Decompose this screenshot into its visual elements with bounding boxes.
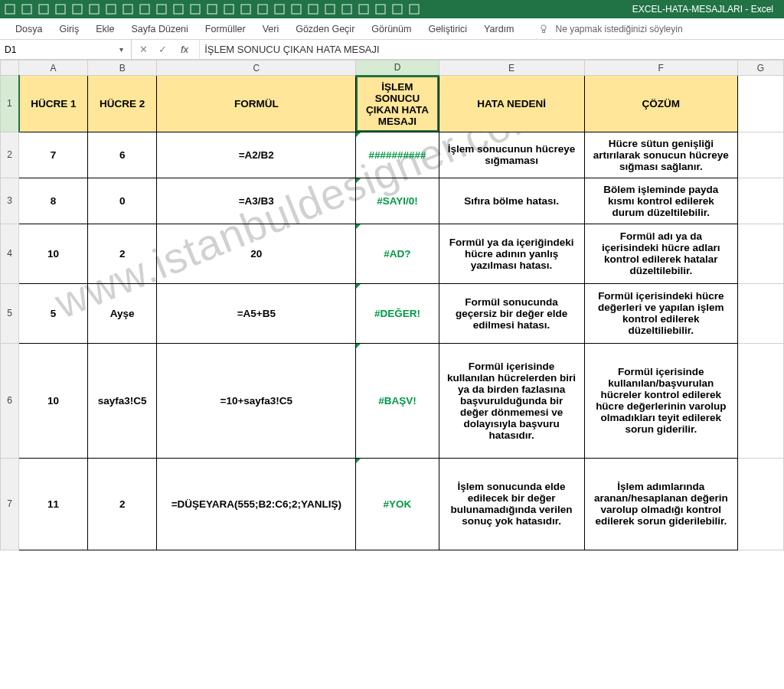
touch-icon[interactable] [55, 4, 66, 15]
cell-F5[interactable]: Formül içerisindeki hücre değerleri ve y… [584, 283, 737, 343]
cell-C4[interactable]: 20 [157, 224, 356, 283]
spreadsheet-grid[interactable]: www.istanbuldesigner.com A B C D E F G 1… [0, 60, 784, 689]
cell-C7[interactable]: =DÜŞEYARA(555;B2:C6;2;YANLIŞ) [157, 458, 356, 550]
cell-F1[interactable]: ÇÖZÜM [584, 76, 737, 132]
email-icon[interactable] [139, 4, 150, 15]
cell-D3[interactable]: #SAYI/0! [356, 178, 439, 224]
preview-icon[interactable] [156, 4, 167, 15]
cell-C2[interactable]: =A2/B2 [157, 132, 356, 178]
open-icon[interactable] [89, 4, 100, 15]
cell-B7[interactable]: 2 [88, 458, 157, 550]
cell-G7[interactable] [737, 458, 783, 550]
save-icon[interactable] [5, 4, 15, 15]
paste-icon[interactable] [358, 4, 369, 15]
col-header-E[interactable]: E [439, 60, 584, 76]
redo-icon[interactable] [38, 4, 49, 15]
cut-icon[interactable] [325, 4, 335, 15]
name-box[interactable]: D1 ▾ [0, 40, 132, 59]
tab-yardım[interactable]: Yardım [476, 19, 521, 39]
row-header-7[interactable]: 7 [1, 458, 19, 550]
formula-input[interactable]: İŞLEM SONUCU ÇIKAN HATA MESAJI [199, 40, 784, 59]
more-icon[interactable] [409, 4, 420, 15]
col-header-G[interactable]: G [737, 60, 783, 76]
cell-F2[interactable]: Hücre sütun genişliği artırılarak sonucu… [584, 132, 737, 178]
cell-G4[interactable] [737, 224, 783, 283]
cell-F4[interactable]: Formül adı ya da içerisindeki hücre adla… [584, 224, 737, 283]
tab-ekle[interactable]: Ekle [88, 19, 122, 39]
cell-A4[interactable]: 10 [19, 224, 88, 283]
cell-D7[interactable]: #YOK [356, 458, 439, 550]
cell-B1[interactable]: HÜCRE 2 [88, 76, 157, 132]
quickprint-icon[interactable] [122, 4, 133, 15]
cell-A3[interactable]: 8 [19, 178, 88, 224]
cell-D1[interactable]: İŞLEM SONUCU ÇIKAN HATA MESAJI [356, 76, 439, 132]
row-header-6[interactable]: 6 [1, 343, 19, 458]
cell-C5[interactable]: =A5+B5 [157, 283, 356, 343]
cell-B5[interactable]: Ayşe [88, 283, 157, 343]
save-as-icon[interactable] [392, 4, 403, 15]
cell-D2[interactable]: ########## [356, 132, 439, 178]
tab-geliştirici[interactable]: Geliştirici [420, 19, 475, 39]
cell-A1[interactable]: HÜCRE 1 [19, 76, 88, 132]
copy-icon[interactable] [341, 4, 352, 15]
sort-desc-icon[interactable] [207, 4, 217, 15]
col-header-D[interactable]: D [356, 60, 439, 76]
insert-sheet-icon[interactable] [257, 4, 268, 15]
cell-E3[interactable]: Sıfıra bölme hatası. [439, 178, 584, 224]
tab-görünüm[interactable]: Görünüm [364, 19, 419, 39]
cell-B2[interactable]: 6 [88, 132, 157, 178]
fx-icon[interactable] [308, 4, 318, 15]
cell-D5[interactable]: #DEĞER! [356, 283, 439, 343]
undo-icon[interactable] [21, 4, 32, 15]
tab-gözden geçir[interactable]: Gözden Geçir [288, 19, 362, 39]
cell-D6[interactable]: #BAŞV! [356, 343, 439, 458]
cell-D4[interactable]: #AD? [356, 224, 439, 283]
tab-dosya[interactable]: Dosya [8, 19, 50, 39]
cell-B3[interactable]: 0 [88, 178, 157, 224]
borders-icon[interactable] [291, 4, 302, 15]
row-header-2[interactable]: 2 [1, 132, 19, 178]
freeze-icon[interactable] [240, 4, 251, 15]
cell-G6[interactable] [737, 343, 783, 458]
cell-E4[interactable]: Formül ya da içeriğindeki hücre adının y… [439, 224, 584, 283]
row-header-3[interactable]: 3 [1, 178, 19, 224]
cell-G2[interactable] [737, 132, 783, 178]
cell-G5[interactable] [737, 283, 783, 343]
fx-icon[interactable]: fx [178, 44, 191, 55]
col-header-B[interactable]: B [88, 60, 157, 76]
cell-B4[interactable]: 2 [88, 224, 157, 283]
cell-E7[interactable]: İşlem sonucunda elde edilecek bir değer … [439, 458, 584, 550]
confirm-formula-button[interactable]: ✓ [158, 44, 167, 55]
select-all-corner[interactable] [1, 60, 19, 76]
tab-veri[interactable]: Veri [255, 19, 287, 39]
cell-E6[interactable]: Formül içerisinde kullanılan hücrelerden… [439, 343, 584, 458]
cell-E1[interactable]: HATA NEDENİ [439, 76, 584, 132]
row-header-4[interactable]: 4 [1, 224, 19, 283]
cell-C1[interactable]: FORMÜL [157, 76, 356, 132]
tab-giriş[interactable]: Giriş [51, 19, 87, 39]
chevron-down-icon[interactable]: ▾ [116, 45, 126, 54]
cell-F3[interactable]: Bölem işleminde payda kısmı kontrol edil… [584, 178, 737, 224]
cell-A7[interactable]: 11 [19, 458, 88, 550]
col-header-F[interactable]: F [584, 60, 737, 76]
cell-F7[interactable]: İşlem adımlarında aranan/hesaplanan değe… [584, 458, 737, 550]
cell-F6[interactable]: Formül içerisinde kullanılan/başvurulan … [584, 343, 737, 458]
filter-icon[interactable] [224, 4, 234, 15]
cell-A2[interactable]: 7 [19, 132, 88, 178]
row-header-5[interactable]: 5 [1, 283, 19, 343]
col-header-C[interactable]: C [157, 60, 356, 76]
col-header-A[interactable]: A [19, 60, 88, 76]
cancel-formula-button[interactable]: ✕ [139, 44, 148, 55]
delete-sheet-icon[interactable] [274, 4, 285, 15]
cell-G1[interactable] [737, 76, 783, 132]
cell-C3[interactable]: =A3/B3 [157, 178, 356, 224]
tell-me-search[interactable]: Ne yapmak istediğinizi söyleyin [538, 24, 682, 34]
new-window-icon[interactable] [375, 4, 386, 15]
new-icon[interactable] [72, 4, 83, 15]
tab-sayfa düzeni[interactable]: Sayfa Düzeni [123, 19, 195, 39]
print-icon[interactable] [106, 4, 116, 15]
spell-icon[interactable] [173, 4, 184, 15]
cell-G3[interactable] [737, 178, 783, 224]
cell-B6[interactable]: sayfa3!C5 [88, 343, 157, 458]
cell-E2[interactable]: İşlem sonucunun hücreye sığmaması [439, 132, 584, 178]
